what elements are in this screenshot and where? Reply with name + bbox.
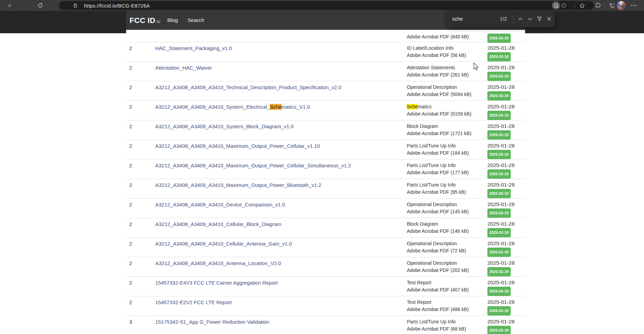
doc-format: Adobe Acrobat PDF (72 kB) — [407, 247, 485, 254]
doc-format: Adobe Acrobat PDF (840 kB) — [407, 33, 485, 40]
table-row: 2 A3212_A3408_A3409_A3410_System_Block_D… — [126, 120, 525, 140]
refresh-icon[interactable] — [37, 3, 43, 8]
doc-exhibits-count: 2 — [126, 120, 153, 140]
filter-icon[interactable] — [535, 15, 544, 23]
doc-type: Parts List/Tune Up Info — [407, 318, 485, 325]
doc-exhibits-count — [126, 33, 153, 42]
doc-exhibits-count: 2 — [126, 140, 153, 159]
doc-exhibits-count: 2 — [126, 42, 153, 61]
doc-date-badge: 2025-02-19 — [487, 189, 511, 198]
previous-match-icon[interactable] — [516, 15, 524, 23]
doc-date-badge: 2025-02-19 — [487, 287, 511, 296]
doc-date-badge: 2025-02-19 — [487, 228, 511, 237]
doc-type: Parts List/Tune Up Info — [407, 181, 485, 189]
doc-format: Adobe Acrobat PDF (145 kB) — [407, 208, 485, 215]
doc-date-badge: 2025-02-19 — [487, 52, 511, 61]
doc-date-badge: 2025-02-19 — [487, 169, 511, 179]
find-in-page-bar: sche 1/2 — [447, 11, 555, 27]
doc-format: Adobe Acrobat PDF (202 kB) — [407, 267, 485, 274]
doc-exhibits-count: 2 — [126, 199, 153, 218]
table-row: 2 A3212_A3408_A3409_A3410_Cellular_Anten… — [126, 238, 525, 257]
doc-link[interactable]: A3212_A3408_A3409_A3410_System_Electrica… — [155, 104, 310, 110]
pill-divider — [575, 3, 575, 8]
doc-format: Adobe Acrobat PDF (68 kB) — [407, 325, 485, 333]
doc-date-badge: 2025-02-19 — [487, 91, 511, 100]
table-row: 2 A3212_A3408_A3409_A3410_System_Electri… — [126, 101, 525, 120]
doc-date: 2025-01-28 — [487, 259, 525, 266]
table-row: 2 A3212_A3408_A3409_A3410_Device_Compari… — [126, 199, 525, 218]
profile-avatar[interactable] — [617, 1, 626, 10]
doc-exhibits-count: 2 — [126, 159, 153, 179]
table-row: 2 HAC_Statement_Packaging_v1.0 ID Label/… — [126, 42, 525, 62]
doc-format: Adobe Acrobat PDF (5159 kB) — [407, 110, 485, 118]
favorite-star-icon[interactable] — [578, 1, 586, 10]
table-row: 2 A3212_A3408_A3409_A3410_Maximum_Output… — [126, 179, 525, 199]
doc-type: Test Report — [407, 299, 485, 306]
search-page-icon[interactable] — [552, 1, 560, 10]
next-match-icon[interactable] — [526, 15, 534, 23]
table-row: 2 A3212_A3408_A3409_A3410_Antenna_Locati… — [126, 257, 525, 277]
doc-link[interactable]: A3212_A3408_A3409_A3410_Maximum_Output_P… — [155, 163, 351, 168]
doc-link[interactable]: 15175342-S1_App G_Power Reduction Valida… — [155, 319, 269, 325]
doc-link[interactable]: A3212_A3408_A3409_A3410_Technical_Descri… — [155, 84, 341, 90]
site-logo[interactable]: FCC ID.io — [130, 16, 160, 25]
doc-link[interactable]: HAC_Statement_Packaging_v1.0 — [155, 45, 232, 51]
doc-date: 2025-01-28 — [487, 220, 525, 227]
doc-date-badge: 2025-02-19 — [487, 150, 511, 159]
extensions-puzzle-icon[interactable] — [595, 2, 601, 9]
doc-format: Adobe Acrobat PDF (146 kB) — [407, 228, 485, 235]
table-row: 2 15457332-E4V3 FCC LTE Carrier Aggregat… — [126, 277, 525, 296]
doc-type: Attestation Statements — [407, 64, 485, 71]
doc-format: Adobe Acrobat PDF (56 kB) — [407, 52, 485, 59]
browser-toolbar: https://fccid.io/BCG-E8726A — [0, 0, 644, 11]
doc-date: 2025-01-28 — [487, 142, 525, 149]
doc-type: Operational Description — [407, 201, 485, 208]
address-bar[interactable]: https://fccid.io/BCG-E8726A — [59, 1, 594, 10]
doc-type: Schematics — [407, 103, 485, 110]
settings-menu-icon[interactable] — [631, 3, 637, 9]
more-circle-icon[interactable] — [560, 1, 568, 10]
doc-date-badge: 2025-02-19 — [487, 111, 511, 120]
doc-date-badge: 2025-02-19 — [487, 130, 511, 140]
doc-date: 2025-01-28 — [487, 240, 525, 247]
doc-link[interactable]: A3212_A3408_A3409_A3410_Maximum_Output_P… — [155, 143, 320, 149]
doc-link[interactable]: A3212_A3408_A3409_A3410_System_Block_Dia… — [155, 123, 294, 129]
nav-link-search[interactable]: Search — [187, 17, 204, 23]
doc-type: Block Diagram — [407, 220, 485, 228]
url-text[interactable]: https://fccid.io/BCG-E8726A — [84, 3, 150, 9]
doc-link[interactable]: A3212_A3408_A3409_A3410_Cellular_Block_D… — [155, 221, 281, 227]
doc-format: Adobe Acrobat PDF (184 kB) — [407, 150, 485, 157]
table-row: 2 15457332-E2V2 FCC LTE Report Test Repo… — [126, 296, 525, 316]
doc-link[interactable]: 15457332-E2V2 FCC LTE Report — [155, 299, 232, 305]
close-icon[interactable] — [545, 15, 553, 23]
doc-type: Operational Description — [407, 240, 485, 247]
doc-link[interactable]: A3212_A3408_A3409_A3410_Antenna_Location… — [155, 260, 281, 266]
doc-exhibits-count: 2 — [126, 238, 153, 257]
nav-link-blog[interactable]: Blog — [167, 17, 178, 23]
doc-link[interactable]: A3212_A3408_A3409_A3410_Device_Compariso… — [155, 202, 285, 207]
doc-format: Adobe Acrobat PDF (95 kB) — [407, 189, 485, 196]
doc-date: 2025-01-28 — [487, 181, 525, 188]
doc-type: Operational Description — [407, 84, 485, 91]
doc-exhibits-count: 3 — [126, 316, 153, 334]
doc-format: Adobe Acrobat PDF (488 kB) — [407, 306, 485, 313]
doc-date-badge: 2025-02-19 — [487, 248, 511, 257]
doc-link[interactable]: A3212_A3408_A3409_A3410_Cellular_Antenna… — [155, 241, 292, 247]
doc-exhibits-count: 2 — [126, 62, 153, 81]
doc-type: Parts List/Tune Up Info — [407, 142, 485, 150]
back-icon[interactable] — [7, 3, 12, 8]
site-logo-suffix: .io — [155, 19, 160, 24]
favorites-list-icon[interactable] — [609, 2, 615, 9]
doc-link[interactable]: Attestation_HAC_Waiver — [155, 65, 212, 71]
doc-date: 2025-01-28 — [487, 64, 525, 71]
doc-exhibits-count: 2 — [126, 101, 153, 120]
doc-date: 2025-01-28 — [487, 103, 525, 110]
toolbar-divider — [605, 3, 605, 8]
doc-exhibits-count: 2 — [126, 81, 153, 100]
find-query-input[interactable]: sche — [452, 16, 463, 22]
doc-type: Parts List/Tune Up Info — [407, 162, 485, 169]
doc-link[interactable]: A3212_A3408_A3409_A3410_Maximum_Output_P… — [155, 182, 321, 188]
lock-icon — [73, 3, 77, 8]
doc-link[interactable]: 15457332-E4V3 FCC LTE Carrier Aggregatio… — [155, 280, 278, 286]
table-row: 3 15175342-S1_App G_Power Reduction Vali… — [126, 316, 525, 334]
